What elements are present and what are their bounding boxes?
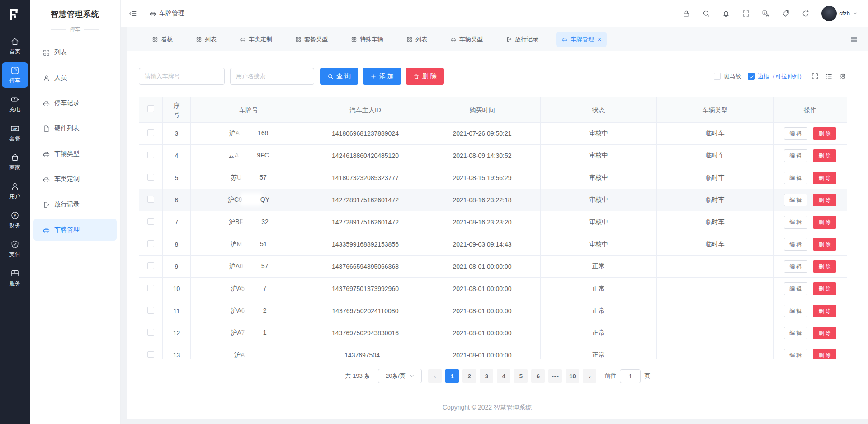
- sidebar-item-3[interactable]: 硬件列表: [33, 118, 117, 139]
- close-icon[interactable]: ×: [598, 36, 601, 43]
- app-logo[interactable]: [0, 0, 30, 29]
- search-icon[interactable]: [702, 10, 710, 18]
- tag-icon[interactable]: [782, 10, 790, 18]
- delete-row-button[interactable]: 删 除: [813, 194, 836, 206]
- rail-item-charge[interactable]: 充电: [2, 91, 28, 117]
- sidebar-item-0[interactable]: 列表: [33, 42, 117, 63]
- sidebar-item-5[interactable]: 车类定制: [33, 168, 117, 190]
- plate-search-input[interactable]: [139, 68, 225, 85]
- select-all-checkbox[interactable]: [147, 105, 154, 112]
- rail-item-pay[interactable]: 支付: [2, 236, 28, 262]
- row-checkbox[interactable]: [147, 152, 154, 158]
- row-checkbox[interactable]: [147, 329, 154, 336]
- rail-item-parking[interactable]: 停车: [2, 62, 28, 88]
- delete-row-button[interactable]: 删 除: [813, 282, 836, 295]
- sidebar-item-label: 车牌管理: [54, 226, 80, 234]
- bell-icon[interactable]: [722, 10, 730, 18]
- tab-3[interactable]: 套餐类型: [290, 32, 333, 47]
- purchase-time-cell: 2021-08-01 00:00:00: [424, 278, 541, 300]
- edit-button[interactable]: 编 辑: [784, 216, 807, 229]
- rail-item-service[interactable]: 服务: [2, 265, 28, 291]
- delete-row-button[interactable]: 删 除: [813, 127, 836, 140]
- edit-button[interactable]: 编 辑: [784, 194, 807, 206]
- edit-button[interactable]: 编 辑: [784, 127, 807, 140]
- checkbox[interactable]: [714, 73, 721, 80]
- rail-item-finance[interactable]: ¥财务: [2, 207, 28, 233]
- delete-button[interactable]: 删 除: [406, 68, 444, 85]
- checkbox[interactable]: [748, 73, 755, 80]
- avatar[interactable]: [821, 6, 837, 21]
- tab-4[interactable]: 特殊车辆: [345, 32, 389, 47]
- delete-row-button[interactable]: 删 除: [813, 260, 836, 273]
- sidebar-item-7[interactable]: 车牌管理: [33, 219, 117, 241]
- edit-button[interactable]: 编 辑: [784, 149, 807, 162]
- edit-button[interactable]: 编 辑: [784, 238, 807, 251]
- translate-icon[interactable]: 文: [762, 10, 770, 18]
- edit-button[interactable]: 编 辑: [784, 327, 807, 339]
- page-button-5[interactable]: 5: [514, 369, 528, 383]
- edit-button[interactable]: 编 辑: [784, 349, 807, 359]
- delete-row-button[interactable]: 删 除: [813, 216, 836, 229]
- add-button[interactable]: 添 加: [363, 68, 401, 85]
- edit-button[interactable]: 编 辑: [784, 260, 807, 273]
- delete-row-button[interactable]: 删 除: [813, 238, 836, 251]
- sidebar-item-4[interactable]: 车辆类型: [33, 143, 117, 165]
- row-checkbox[interactable]: [147, 174, 154, 181]
- row-checkbox[interactable]: [147, 240, 154, 247]
- rail-item-vip[interactable]: VIP套餐: [2, 120, 28, 146]
- fullscreen-icon[interactable]: [742, 10, 750, 18]
- delete-row-button[interactable]: 删 除: [813, 349, 836, 359]
- row-checkbox[interactable]: [147, 218, 154, 225]
- row-checkbox[interactable]: [147, 307, 154, 314]
- page-button-2[interactable]: 2: [462, 369, 476, 383]
- tab-8[interactable]: 车牌管理 ×: [556, 32, 607, 47]
- row-checkbox[interactable]: [147, 129, 154, 136]
- delete-row-button[interactable]: 删 除: [813, 305, 836, 317]
- delete-row-button[interactable]: 删 除: [813, 172, 836, 184]
- prev-page-button[interactable]: ‹: [428, 369, 442, 383]
- border-resize-checkbox[interactable]: 边框（可拉伸列）: [748, 72, 805, 81]
- refresh-icon[interactable]: [802, 10, 810, 18]
- edit-button[interactable]: 编 辑: [784, 282, 807, 295]
- page-button-1[interactable]: 1: [445, 369, 459, 383]
- user-search-input[interactable]: [230, 68, 314, 85]
- sidebar-item-6[interactable]: 放行记录: [33, 194, 117, 215]
- page-button-•••[interactable]: •••: [548, 369, 562, 383]
- row-checkbox[interactable]: [147, 262, 154, 269]
- sidebar-item-2[interactable]: 停车记录: [33, 92, 117, 114]
- page-button-6[interactable]: 6: [531, 369, 545, 383]
- row-checkbox[interactable]: [147, 285, 154, 291]
- gear-icon[interactable]: [839, 72, 847, 80]
- goto-page-input[interactable]: [620, 369, 641, 383]
- fullscreen-table-icon[interactable]: [811, 72, 819, 80]
- row-checkbox[interactable]: [147, 351, 154, 358]
- edit-button[interactable]: 编 辑: [784, 172, 807, 184]
- user-menu[interactable]: cfzh: [821, 6, 858, 21]
- tab-1[interactable]: 列表: [190, 32, 222, 47]
- edit-button[interactable]: 编 辑: [784, 305, 807, 317]
- lock-icon[interactable]: [682, 10, 690, 18]
- search-button[interactable]: 查 询: [320, 68, 358, 85]
- sidebar-item-1[interactable]: 人员: [33, 67, 117, 89]
- rail-item-home[interactable]: 首页: [2, 33, 28, 59]
- rail-item-user[interactable]: 用户: [2, 178, 28, 204]
- tab-0[interactable]: 看板: [146, 32, 178, 47]
- rail-item-shop[interactable]: 商家: [2, 149, 28, 175]
- apps-grid-icon[interactable]: [850, 35, 858, 43]
- page-button-4[interactable]: 4: [497, 369, 510, 383]
- page-button-3[interactable]: 3: [480, 369, 493, 383]
- next-page-button[interactable]: ›: [583, 369, 596, 383]
- delete-row-button[interactable]: 删 除: [813, 149, 836, 162]
- column-sort-icon[interactable]: [825, 72, 833, 80]
- tab-5[interactable]: 列表: [401, 32, 433, 47]
- row-actions: 编 辑 删 除: [774, 278, 847, 300]
- row-checkbox[interactable]: [147, 196, 154, 203]
- tab-2[interactable]: 车类定制: [234, 32, 278, 47]
- tab-7[interactable]: 放行记录: [500, 32, 544, 47]
- delete-row-button[interactable]: 删 除: [813, 327, 836, 339]
- zebra-stripe-checkbox[interactable]: 斑马纹: [714, 72, 741, 81]
- collapse-sidebar-icon[interactable]: [128, 9, 137, 18]
- tab-6[interactable]: 车辆类型: [445, 32, 488, 47]
- page-size-select[interactable]: 20条/页: [378, 369, 422, 383]
- page-button-10[interactable]: 10: [566, 369, 579, 383]
